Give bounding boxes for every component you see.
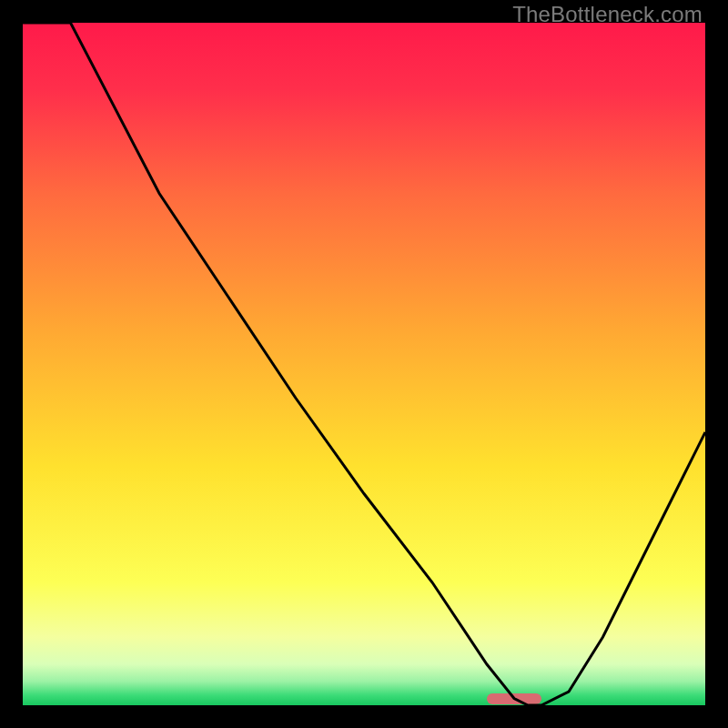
chart-frame bbox=[23, 23, 705, 705]
bottleneck-chart bbox=[23, 23, 705, 705]
watermark-text: TheBottleneck.com bbox=[512, 2, 703, 27]
